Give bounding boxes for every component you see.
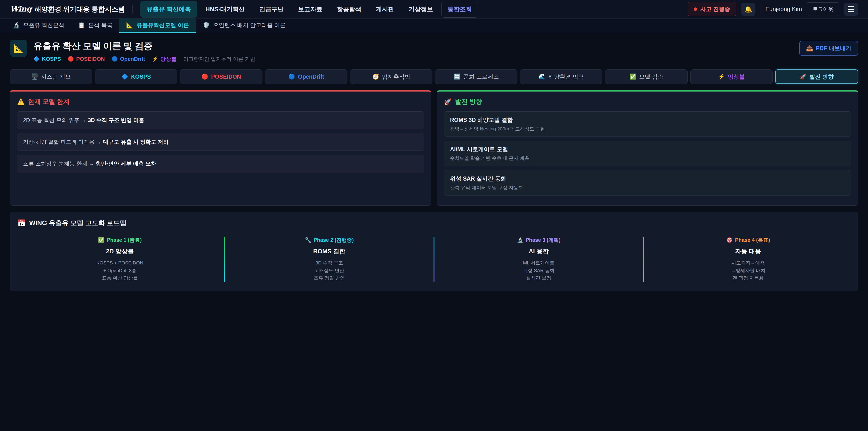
phase-4-column: 🎯 Phase 4 (목표) 자동 대응 사고감지→예측 →방제자원 배치 전 …	[646, 237, 851, 282]
phase-divider-cyan-purple	[434, 237, 434, 282]
tab-label: 유출유 확산분석	[23, 22, 64, 29]
page-header-text: 유출유 확산 모델 이론 및 검증 🔷 KOSPS 🔴 POSEIDON 🔵 O…	[33, 40, 255, 63]
pdf-export-button[interactable]: 📥 PDF 내보내기	[799, 41, 858, 56]
phase-1-label: ✅ Phase 1 (완료)	[18, 237, 222, 244]
logo-wing-icon: Wing	[10, 4, 31, 13]
current-limitations-card: ⚠️ 현재 모델 한계 2D 표층 확산 모의 위주 → 3D 수직 구조 반영…	[10, 90, 431, 206]
compass-icon: 🧭	[372, 73, 379, 80]
red-circle-icon: 🔴	[68, 56, 74, 62]
section-btn-opendrift[interactable]: 🔵 OpenDrift	[265, 69, 347, 84]
nav-item-reports[interactable]: 보고자료	[292, 1, 329, 18]
main-nav: 유출유 확산예측 HNS·대기확산 긴급구난 보고자료 항공탐색 게시판 기상정…	[141, 1, 478, 18]
section-btn-particle-tracking[interactable]: 🧭 입자추적법	[350, 69, 432, 84]
tab-label: 오일펜스 배치 알고리즘 이론	[213, 22, 286, 29]
limitation-item: 2D 표층 확산 모의 위주 → 3D 수직 구조 반영 미흡	[17, 112, 424, 129]
hamburger-menu-button[interactable]	[844, 3, 858, 16]
topbar-divider	[760, 4, 761, 14]
cycle-arrows-icon: 🔄	[454, 73, 460, 80]
rocket-icon: 🚀	[800, 73, 807, 80]
page-title-ruler-icon: 📐	[10, 40, 27, 57]
lightning-icon: ⚡	[152, 56, 158, 62]
section-btn-model-validation[interactable]: ✅ 모델 검증	[605, 69, 687, 84]
wrench-icon: 🔧	[305, 237, 311, 243]
incident-in-progress-badge[interactable]: 사고 진행중	[688, 2, 736, 16]
section-btn-weathering-process[interactable]: 🔄 풍화 프로세스	[435, 69, 518, 84]
badge-ensemble: ⚡ 앙상블	[152, 55, 177, 63]
nav-item-emergency-rescue[interactable]: 긴급구난	[253, 1, 290, 18]
nav-item-board[interactable]: 게시판	[370, 1, 400, 18]
hamburger-icon	[848, 6, 855, 7]
blue-diamond-icon: 🔷	[33, 56, 39, 62]
tab-diffusion-model-theory[interactable]: 📐 유출유확산모델 이론	[119, 19, 196, 33]
blue-circle-icon: 🔵	[112, 56, 118, 62]
logout-button[interactable]: 로그아웃	[807, 2, 839, 16]
future-item: 위성 SAR 실시간 동화 관측 유막 데이터 모델 보정 자동화	[444, 170, 851, 195]
red-circle-icon: 🔴	[202, 73, 208, 80]
nav-item-aerial-search[interactable]: 항공탐색	[331, 1, 368, 18]
badge-kosps: 🔷 KOSPS	[33, 56, 61, 62]
section-btn-future-direction[interactable]: 🚀 발전 방향	[775, 69, 858, 84]
phase-4-name: 자동 대응	[646, 247, 851, 255]
check-icon: ✅	[629, 73, 636, 80]
roadmap-card: 📅 WING 유출유 모델 고도화 로드맵 ✅ Phase 1 (완료) 2D …	[10, 212, 858, 291]
phase-3-label: 🔬 Phase 3 (계획)	[436, 237, 641, 244]
tab-label: 유출유확산모델 이론	[136, 22, 189, 29]
lightning-icon: ⚡	[718, 73, 725, 80]
target-icon: 🎯	[726, 237, 733, 243]
nav-item-weather-info[interactable]: 기상정보	[403, 1, 439, 18]
phase-4-label: 🎯 Phase 4 (목표)	[646, 237, 851, 244]
section-btn-kosps[interactable]: 🔷 KOSPS	[95, 69, 177, 84]
section-btn-ocean-env-input[interactable]: 🌊 해양환경 입력	[520, 69, 602, 84]
nav-item-integrated-search[interactable]: 통합조회	[441, 1, 478, 18]
phase-3-name: AI 융합	[436, 247, 641, 255]
nav-item-oil-spill-prediction[interactable]: 유출유 확산예측	[141, 1, 197, 18]
future-direction-card: 🚀 발전 방향 ROMS 3D 해양모델 결합 광역→상세역 Nesting 2…	[437, 90, 858, 206]
tab-oil-spill-analysis[interactable]: 🔬 유출유 확산분석	[6, 19, 71, 33]
section-btn-system-overview[interactable]: 🖥️ 시스템 개요	[10, 69, 92, 84]
section-nav: 🖥️ 시스템 개요 🔷 KOSPS 🔴 POSEIDON 🔵 OpenDrift…	[10, 69, 858, 84]
phase-3-column: 🔬 Phase 3 (계획) AI 융합 ML 서로게이트 위성 SAR 동화 …	[436, 237, 641, 282]
blue-circle-icon: 🔵	[288, 73, 295, 80]
user-name: Eunjeong Kim	[765, 6, 802, 13]
microscope-icon: 🔬	[13, 22, 20, 29]
roadmap-title: 📅 WING 유출유 모델 고도화 로드맵	[18, 219, 850, 227]
microscope-icon: 🔬	[517, 237, 524, 243]
incident-dot-icon	[694, 7, 697, 11]
phase-1-column: ✅ Phase 1 (완료) 2D 앙상블 KOSPS + POSEIDON +…	[18, 237, 222, 282]
page-subtitle: 라그랑지안 입자추적 이론 기반	[183, 56, 255, 63]
cards-row: ⚠️ 현재 모델 한계 2D 표층 확산 모의 위주 → 3D 수직 구조 반영…	[10, 90, 858, 206]
limitations-card-title: ⚠️ 현재 모델 한계	[17, 97, 424, 106]
future-item: ROMS 3D 해양모델 결합 광역→상세역 Nesting 200m급 고해상…	[444, 112, 851, 137]
model-badge-row: 🔷 KOSPS 🔴 POSEIDON 🔵 OpenDrift ⚡ 앙상블 라그랑…	[33, 55, 255, 63]
sub-tab-bar: 🔬 유출유 확산분석 📋 분석 목록 📐 유출유확산모델 이론 🛡️ 오일펜스 …	[0, 19, 868, 33]
logo-divider	[132, 5, 133, 14]
triangular-ruler-icon: 📐	[126, 22, 133, 29]
phase-2-name: ROMS 결합	[227, 247, 432, 255]
calendar-icon: 📅	[18, 219, 26, 227]
inbox-tray-icon: 📥	[806, 45, 813, 52]
limitation-item: 조류 조화상수 분해능 한계 → 항만·연안 세부 예측 오차	[17, 155, 424, 173]
nav-item-hns-diffusion[interactable]: HNS·대기확산	[199, 1, 251, 18]
future-item: AI/ML 서로게이트 모델 수치모델 학습 기반 수초 내 근사 예측	[444, 141, 851, 166]
rocket-icon: 🚀	[444, 98, 452, 105]
top-bar: Wing 해양환경 위기대응 통합시스템 유출유 확산예측 HNS·대기확산 긴…	[0, 0, 868, 19]
monitor-icon: 🖥️	[31, 73, 38, 80]
check-icon: ✅	[98, 237, 105, 243]
phase-2-label: 🔧 Phase 2 (진행중)	[227, 237, 432, 244]
shield-icon: 🛡️	[203, 22, 210, 29]
warning-icon: ⚠️	[17, 98, 25, 105]
phase-2-column: 🔧 Phase 2 (진행중) ROMS 결합 3D 수직 구조 고해상도 연안…	[227, 237, 432, 282]
tab-label: 분석 목록	[88, 22, 113, 29]
phase-divider-purple-orange	[643, 237, 644, 282]
blue-diamond-icon: 🔷	[121, 73, 128, 80]
badge-poseidon: 🔴 POSEIDON	[68, 56, 105, 62]
notification-button[interactable]: 🔔	[741, 3, 755, 16]
page-title: 유출유 확산 모델 이론 및 검증	[33, 40, 255, 52]
section-btn-ensemble[interactable]: ⚡ 앙상블	[690, 69, 773, 84]
tab-oil-fence-algorithm-theory[interactable]: 🛡️ 오일펜스 배치 알고리즘 이론	[196, 19, 292, 33]
tab-analysis-list[interactable]: 📋 분석 목록	[71, 19, 119, 33]
phase-divider-green-cyan	[224, 237, 225, 282]
bell-icon: 🔔	[744, 5, 752, 13]
section-btn-poseidon[interactable]: 🔴 POSEIDON	[180, 69, 262, 84]
app-title: 해양환경 위기대응 통합시스템	[35, 5, 125, 14]
